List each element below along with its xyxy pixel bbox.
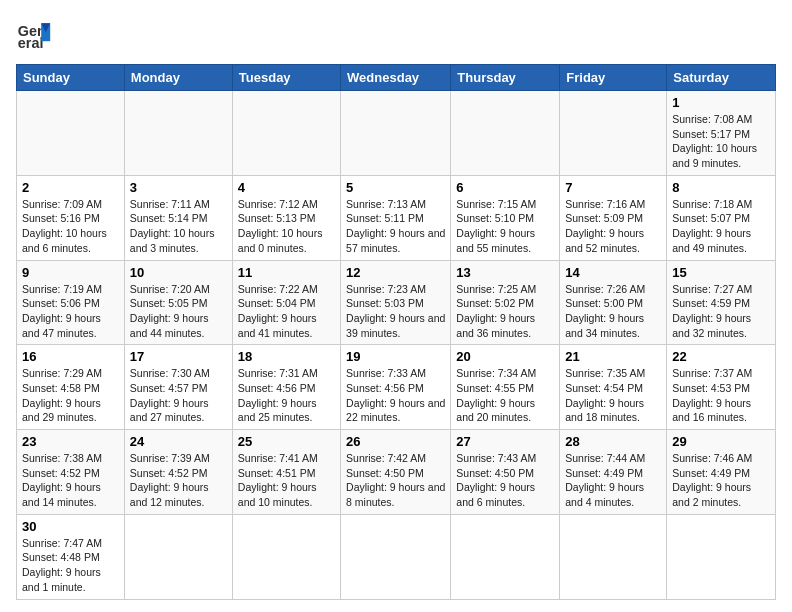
day-number: 18	[238, 349, 335, 364]
day-number: 16	[22, 349, 119, 364]
calendar-cell: 28Sunrise: 7:44 AM Sunset: 4:49 PM Dayli…	[560, 430, 667, 515]
day-number: 12	[346, 265, 445, 280]
day-number: 17	[130, 349, 227, 364]
day-info: Sunrise: 7:33 AM Sunset: 4:56 PM Dayligh…	[346, 366, 445, 425]
logo-icon: Gen eral	[16, 16, 52, 52]
calendar-cell: 20Sunrise: 7:34 AM Sunset: 4:55 PM Dayli…	[451, 345, 560, 430]
calendar-cell	[451, 91, 560, 176]
day-info: Sunrise: 7:41 AM Sunset: 4:51 PM Dayligh…	[238, 451, 335, 510]
day-info: Sunrise: 7:38 AM Sunset: 4:52 PM Dayligh…	[22, 451, 119, 510]
day-info: Sunrise: 7:46 AM Sunset: 4:49 PM Dayligh…	[672, 451, 770, 510]
day-header-thursday: Thursday	[451, 65, 560, 91]
day-info: Sunrise: 7:35 AM Sunset: 4:54 PM Dayligh…	[565, 366, 661, 425]
day-header-wednesday: Wednesday	[341, 65, 451, 91]
calendar-cell: 9Sunrise: 7:19 AM Sunset: 5:06 PM Daylig…	[17, 260, 125, 345]
day-info: Sunrise: 7:25 AM Sunset: 5:02 PM Dayligh…	[456, 282, 554, 341]
day-info: Sunrise: 7:18 AM Sunset: 5:07 PM Dayligh…	[672, 197, 770, 256]
day-info: Sunrise: 7:30 AM Sunset: 4:57 PM Dayligh…	[130, 366, 227, 425]
calendar-cell	[124, 91, 232, 176]
calendar-table: SundayMondayTuesdayWednesdayThursdayFrid…	[16, 64, 776, 600]
calendar-cell: 10Sunrise: 7:20 AM Sunset: 5:05 PM Dayli…	[124, 260, 232, 345]
day-info: Sunrise: 7:09 AM Sunset: 5:16 PM Dayligh…	[22, 197, 119, 256]
calendar-cell	[560, 91, 667, 176]
day-number: 8	[672, 180, 770, 195]
page-header: Gen eral	[16, 16, 776, 52]
calendar-cell: 15Sunrise: 7:27 AM Sunset: 4:59 PM Dayli…	[667, 260, 776, 345]
calendar-cell: 17Sunrise: 7:30 AM Sunset: 4:57 PM Dayli…	[124, 345, 232, 430]
calendar-cell: 18Sunrise: 7:31 AM Sunset: 4:56 PM Dayli…	[232, 345, 340, 430]
day-info: Sunrise: 7:47 AM Sunset: 4:48 PM Dayligh…	[22, 536, 119, 595]
calendar-cell: 24Sunrise: 7:39 AM Sunset: 4:52 PM Dayli…	[124, 430, 232, 515]
day-number: 10	[130, 265, 227, 280]
calendar-cell: 3Sunrise: 7:11 AM Sunset: 5:14 PM Daylig…	[124, 175, 232, 260]
day-number: 2	[22, 180, 119, 195]
day-header-saturday: Saturday	[667, 65, 776, 91]
day-info: Sunrise: 7:27 AM Sunset: 4:59 PM Dayligh…	[672, 282, 770, 341]
day-info: Sunrise: 7:11 AM Sunset: 5:14 PM Dayligh…	[130, 197, 227, 256]
day-number: 14	[565, 265, 661, 280]
calendar-cell	[341, 514, 451, 599]
calendar-cell	[17, 91, 125, 176]
calendar-cell: 19Sunrise: 7:33 AM Sunset: 4:56 PM Dayli…	[341, 345, 451, 430]
day-info: Sunrise: 7:16 AM Sunset: 5:09 PM Dayligh…	[565, 197, 661, 256]
day-number: 24	[130, 434, 227, 449]
day-number: 19	[346, 349, 445, 364]
calendar-cell: 30Sunrise: 7:47 AM Sunset: 4:48 PM Dayli…	[17, 514, 125, 599]
day-number: 29	[672, 434, 770, 449]
week-row-3: 9Sunrise: 7:19 AM Sunset: 5:06 PM Daylig…	[17, 260, 776, 345]
day-number: 11	[238, 265, 335, 280]
week-row-5: 23Sunrise: 7:38 AM Sunset: 4:52 PM Dayli…	[17, 430, 776, 515]
day-number: 4	[238, 180, 335, 195]
week-row-1: 1Sunrise: 7:08 AM Sunset: 5:17 PM Daylig…	[17, 91, 776, 176]
day-number: 9	[22, 265, 119, 280]
day-number: 7	[565, 180, 661, 195]
week-row-4: 16Sunrise: 7:29 AM Sunset: 4:58 PM Dayli…	[17, 345, 776, 430]
day-info: Sunrise: 7:22 AM Sunset: 5:04 PM Dayligh…	[238, 282, 335, 341]
day-info: Sunrise: 7:26 AM Sunset: 5:00 PM Dayligh…	[565, 282, 661, 341]
calendar-cell: 7Sunrise: 7:16 AM Sunset: 5:09 PM Daylig…	[560, 175, 667, 260]
calendar-cell	[341, 91, 451, 176]
day-header-friday: Friday	[560, 65, 667, 91]
day-number: 20	[456, 349, 554, 364]
calendar-cell: 1Sunrise: 7:08 AM Sunset: 5:17 PM Daylig…	[667, 91, 776, 176]
calendar-cell	[232, 514, 340, 599]
calendar-cell	[451, 514, 560, 599]
day-number: 23	[22, 434, 119, 449]
calendar-cell	[560, 514, 667, 599]
day-info: Sunrise: 7:19 AM Sunset: 5:06 PM Dayligh…	[22, 282, 119, 341]
day-number: 1	[672, 95, 770, 110]
calendar-cell: 16Sunrise: 7:29 AM Sunset: 4:58 PM Dayli…	[17, 345, 125, 430]
day-number: 5	[346, 180, 445, 195]
day-header-monday: Monday	[124, 65, 232, 91]
day-number: 3	[130, 180, 227, 195]
day-info: Sunrise: 7:23 AM Sunset: 5:03 PM Dayligh…	[346, 282, 445, 341]
day-info: Sunrise: 7:44 AM Sunset: 4:49 PM Dayligh…	[565, 451, 661, 510]
day-header-tuesday: Tuesday	[232, 65, 340, 91]
day-info: Sunrise: 7:12 AM Sunset: 5:13 PM Dayligh…	[238, 197, 335, 256]
day-number: 25	[238, 434, 335, 449]
calendar-cell: 12Sunrise: 7:23 AM Sunset: 5:03 PM Dayli…	[341, 260, 451, 345]
calendar-cell: 5Sunrise: 7:13 AM Sunset: 5:11 PM Daylig…	[341, 175, 451, 260]
calendar-cell	[232, 91, 340, 176]
calendar-cell: 13Sunrise: 7:25 AM Sunset: 5:02 PM Dayli…	[451, 260, 560, 345]
day-number: 26	[346, 434, 445, 449]
calendar-cell: 25Sunrise: 7:41 AM Sunset: 4:51 PM Dayli…	[232, 430, 340, 515]
day-number: 22	[672, 349, 770, 364]
header-row: SundayMondayTuesdayWednesdayThursdayFrid…	[17, 65, 776, 91]
day-number: 15	[672, 265, 770, 280]
day-number: 30	[22, 519, 119, 534]
day-info: Sunrise: 7:08 AM Sunset: 5:17 PM Dayligh…	[672, 112, 770, 171]
calendar-cell	[667, 514, 776, 599]
day-header-sunday: Sunday	[17, 65, 125, 91]
calendar-cell: 11Sunrise: 7:22 AM Sunset: 5:04 PM Dayli…	[232, 260, 340, 345]
day-info: Sunrise: 7:42 AM Sunset: 4:50 PM Dayligh…	[346, 451, 445, 510]
day-info: Sunrise: 7:37 AM Sunset: 4:53 PM Dayligh…	[672, 366, 770, 425]
day-info: Sunrise: 7:34 AM Sunset: 4:55 PM Dayligh…	[456, 366, 554, 425]
day-info: Sunrise: 7:43 AM Sunset: 4:50 PM Dayligh…	[456, 451, 554, 510]
svg-text:eral: eral	[18, 35, 44, 51]
day-info: Sunrise: 7:39 AM Sunset: 4:52 PM Dayligh…	[130, 451, 227, 510]
calendar-cell: 2Sunrise: 7:09 AM Sunset: 5:16 PM Daylig…	[17, 175, 125, 260]
calendar-cell: 22Sunrise: 7:37 AM Sunset: 4:53 PM Dayli…	[667, 345, 776, 430]
day-info: Sunrise: 7:29 AM Sunset: 4:58 PM Dayligh…	[22, 366, 119, 425]
calendar-cell: 21Sunrise: 7:35 AM Sunset: 4:54 PM Dayli…	[560, 345, 667, 430]
